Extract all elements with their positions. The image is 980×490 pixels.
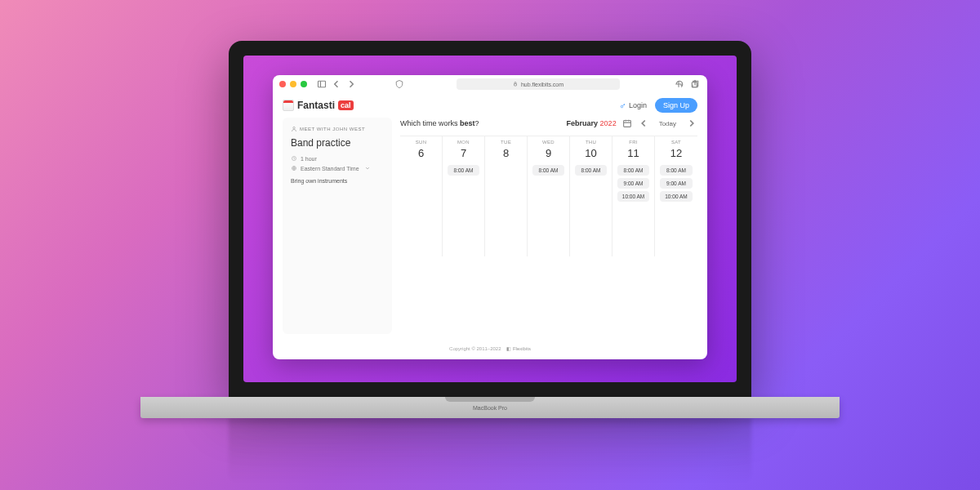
footer: Copyright © 2011–2022 ◧ Flexibits bbox=[273, 341, 707, 359]
meet-with-label: MEET WITH JOHN WEST bbox=[291, 126, 384, 132]
time-slot[interactable]: 10:00 AM bbox=[660, 191, 693, 202]
sidebar-toggle-icon[interactable] bbox=[316, 78, 327, 90]
day-of-week: SAT bbox=[671, 140, 681, 145]
day-column: TUE8 bbox=[485, 136, 528, 256]
laptop-model-label: MacBook Pro bbox=[473, 405, 507, 411]
shield-icon[interactable] bbox=[394, 78, 405, 90]
event-note: Bring own instruments bbox=[291, 178, 384, 184]
scheduler-panel: Which time works best? February 2022 Tod… bbox=[400, 118, 697, 334]
prev-week-button[interactable] bbox=[638, 118, 649, 129]
signup-button[interactable]: Sign Up bbox=[655, 98, 697, 113]
login-link[interactable]: Login bbox=[620, 101, 647, 109]
laptop-reflection bbox=[229, 418, 751, 483]
svg-point-6 bbox=[621, 105, 623, 108]
tabs-button[interactable] bbox=[689, 78, 701, 90]
brand-name: Fantasti bbox=[297, 100, 335, 111]
day-of-week: THU bbox=[586, 140, 596, 145]
person-icon bbox=[291, 126, 297, 132]
month-label: February 2022 bbox=[567, 119, 617, 127]
laptop-mockup: hub.flexibits.com Fantastical bbox=[140, 41, 840, 431]
day-of-week: WED bbox=[542, 140, 555, 145]
event-title: Band practice bbox=[291, 137, 384, 149]
minimize-window-button[interactable] bbox=[290, 81, 296, 87]
day-column: MON78:00 AM bbox=[443, 136, 485, 256]
day-number: 7 bbox=[461, 147, 466, 159]
day-column: SAT128:00 AM9:00 AM10:00 AM bbox=[655, 136, 697, 256]
time-slot[interactable]: 8:00 AM bbox=[575, 165, 608, 176]
scheduler-header: Which time works best? February 2022 Tod… bbox=[400, 118, 697, 129]
content-area: MEET WITH JOHN WEST Band practice 1 hour… bbox=[273, 118, 707, 341]
day-number: 11 bbox=[627, 147, 639, 159]
globe-icon bbox=[291, 165, 297, 172]
day-of-week: FRI bbox=[629, 140, 638, 145]
brand-logo[interactable]: Fantastical bbox=[283, 100, 354, 111]
footer-brand[interactable]: ◧ Flexibits bbox=[506, 346, 531, 351]
close-window-button[interactable] bbox=[279, 81, 286, 87]
day-column: FRI118:00 AM9:00 AM10:00 AM bbox=[612, 136, 655, 256]
time-slot[interactable]: 10:00 AM bbox=[617, 191, 650, 202]
day-column: WED98:00 AM bbox=[528, 136, 570, 256]
laptop-base: MacBook Pro bbox=[140, 397, 840, 418]
event-details-panel: MEET WITH JOHN WEST Band practice 1 hour… bbox=[283, 118, 392, 334]
forward-button[interactable] bbox=[345, 78, 357, 90]
day-of-week: TUE bbox=[501, 140, 511, 145]
time-slot[interactable]: 8:00 AM bbox=[660, 165, 693, 176]
day-column: SUN6 bbox=[400, 136, 443, 256]
app-header: Fantastical Login Sign Up bbox=[273, 93, 707, 118]
today-button[interactable]: Today bbox=[654, 118, 681, 129]
svg-point-7 bbox=[293, 127, 296, 129]
week-grid: SUN6MON78:00 AMTUE8WED98:00 AMTHU108:00 … bbox=[400, 136, 697, 256]
laptop-screen: hub.flexibits.com Fantastical bbox=[243, 56, 737, 382]
timezone-row[interactable]: Eastern Standard Time bbox=[291, 165, 384, 172]
time-slot[interactable]: 8:00 AM bbox=[532, 165, 565, 176]
brand-suffix: cal bbox=[338, 100, 354, 110]
day-number: 8 bbox=[503, 147, 509, 159]
calendar-picker-button[interactable] bbox=[621, 118, 633, 129]
duration-row: 1 hour bbox=[291, 155, 384, 162]
day-number: 10 bbox=[585, 147, 596, 159]
time-slot[interactable]: 9:00 AM bbox=[617, 178, 650, 189]
svg-rect-0 bbox=[318, 81, 326, 87]
day-of-week: SUN bbox=[416, 140, 427, 145]
chevron-down-icon bbox=[364, 165, 371, 172]
svg-rect-2 bbox=[514, 84, 516, 87]
day-column: THU108:00 AM bbox=[570, 136, 612, 256]
laptop-bezel: hub.flexibits.com Fantastical bbox=[229, 41, 751, 397]
scheduler-prompt: Which time works best? bbox=[400, 119, 479, 127]
browser-titlebar: hub.flexibits.com bbox=[273, 75, 707, 93]
calendar-app-icon bbox=[283, 100, 294, 111]
day-number: 6 bbox=[418, 147, 424, 159]
day-of-week: MON bbox=[457, 140, 470, 145]
time-slot[interactable]: 9:00 AM bbox=[660, 178, 693, 189]
key-icon bbox=[620, 102, 626, 109]
next-week-button[interactable] bbox=[686, 118, 697, 129]
svg-rect-5 bbox=[692, 82, 697, 87]
day-number: 12 bbox=[670, 147, 682, 159]
day-number: 9 bbox=[546, 147, 551, 159]
new-tab-button[interactable] bbox=[673, 78, 684, 90]
browser-window: hub.flexibits.com Fantastical bbox=[273, 75, 707, 359]
time-slot[interactable]: 8:00 AM bbox=[448, 165, 480, 176]
url-bar[interactable]: hub.flexibits.com bbox=[457, 78, 620, 90]
svg-rect-10 bbox=[623, 121, 630, 127]
month-navigation: February 2022 Today bbox=[567, 118, 697, 129]
time-slot[interactable]: 8:00 AM bbox=[617, 165, 650, 176]
copyright: Copyright © 2011–2022 bbox=[449, 346, 501, 351]
back-button[interactable] bbox=[331, 78, 342, 90]
maximize-window-button[interactable] bbox=[301, 81, 307, 87]
clock-icon bbox=[291, 155, 297, 162]
url-text: hub.flexibits.com bbox=[521, 82, 564, 87]
